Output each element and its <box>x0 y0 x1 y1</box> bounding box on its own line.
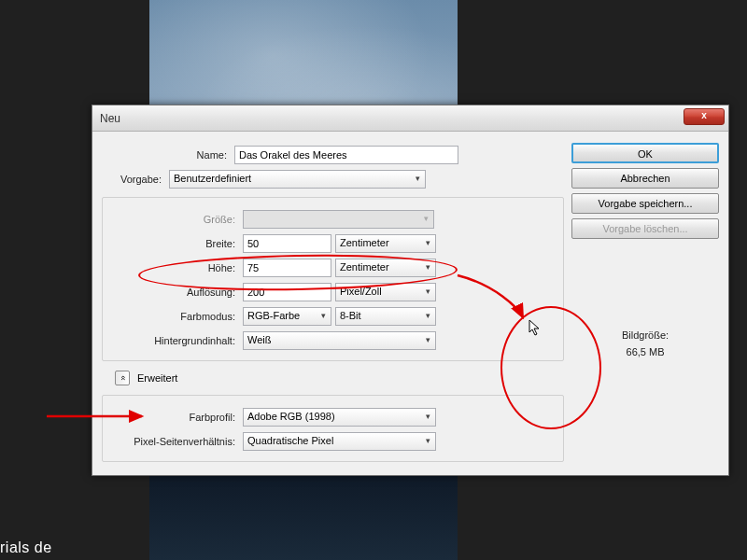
annotation-arrow-farbprofil <box>0 0 747 560</box>
cursor-pointer-icon <box>529 319 545 338</box>
